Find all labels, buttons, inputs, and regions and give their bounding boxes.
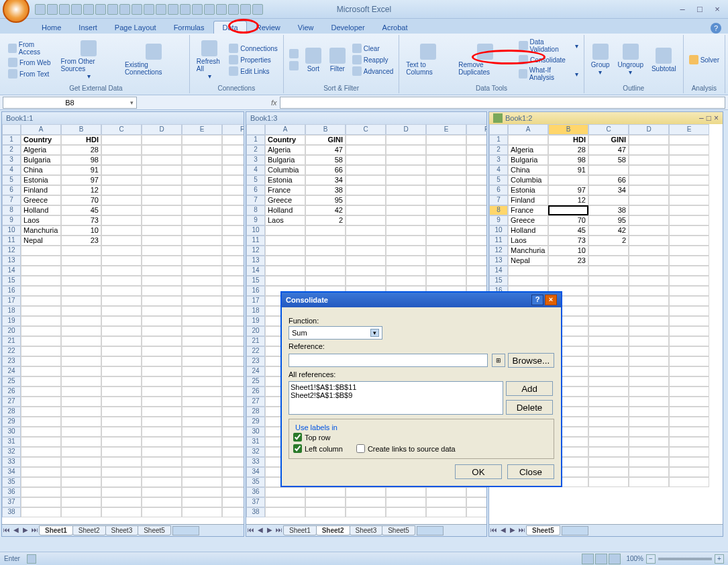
cell[interactable] — [142, 477, 182, 487]
cell[interactable]: Algeria — [265, 145, 305, 155]
cell[interactable] — [182, 326, 222, 336]
cell[interactable] — [346, 246, 386, 256]
cell[interactable] — [182, 497, 222, 507]
cell[interactable] — [101, 286, 142, 296]
cell[interactable] — [629, 246, 669, 256]
cell[interactable] — [305, 487, 346, 497]
cell[interactable] — [222, 487, 244, 497]
cell[interactable] — [588, 316, 629, 326]
cell[interactable] — [629, 205, 669, 215]
row-header[interactable]: 3 — [246, 155, 265, 165]
ok-button[interactable]: OK — [455, 464, 502, 479]
cell[interactable] — [346, 165, 386, 175]
cell[interactable] — [222, 477, 244, 487]
cell[interactable] — [265, 236, 305, 246]
row-header[interactable]: 8 — [246, 205, 265, 215]
cell[interactable]: Estonia — [265, 175, 305, 185]
cell[interactable]: 10 — [548, 246, 588, 256]
cell[interactable] — [101, 457, 142, 467]
cell[interactable] — [426, 155, 466, 165]
cell[interactable]: Laos — [21, 215, 61, 225]
cell[interactable]: Manchuria — [508, 246, 548, 256]
cell[interactable]: 66 — [588, 175, 629, 185]
qat-btn[interactable] — [216, 4, 227, 15]
cell[interactable] — [386, 175, 426, 185]
cell[interactable] — [629, 266, 669, 276]
row-header[interactable]: 29 — [2, 417, 21, 427]
cell[interactable] — [142, 467, 182, 477]
cell[interactable] — [629, 326, 669, 336]
properties-button[interactable]: Properties — [227, 54, 279, 65]
sort-button[interactable]: Sort — [303, 46, 324, 74]
cell[interactable] — [142, 397, 182, 407]
cell[interactable] — [61, 487, 101, 497]
col-header[interactable]: E — [182, 124, 222, 135]
cell[interactable]: Laos — [508, 236, 548, 246]
cell[interactable] — [182, 145, 222, 155]
sheet-tab[interactable]: Sheet3 — [105, 525, 139, 535]
cell[interactable] — [61, 427, 101, 437]
cell[interactable] — [182, 195, 222, 205]
cell[interactable] — [588, 356, 629, 366]
cell[interactable]: Greece — [508, 215, 548, 225]
cell[interactable] — [21, 417, 61, 427]
cell[interactable] — [222, 276, 244, 286]
cell[interactable] — [265, 225, 305, 236]
cell[interactable] — [426, 507, 466, 517]
cell[interactable] — [61, 326, 101, 336]
cell[interactable] — [265, 497, 305, 507]
cell[interactable] — [629, 155, 669, 165]
tab-page-layout[interactable]: Page Layout — [107, 21, 164, 34]
cell[interactable] — [61, 276, 101, 286]
cell[interactable] — [386, 145, 426, 155]
cell[interactable] — [588, 407, 629, 417]
cell[interactable] — [61, 346, 101, 356]
cell[interactable]: Manchuria — [21, 225, 61, 236]
row-header[interactable]: 34 — [2, 467, 21, 477]
cell[interactable] — [346, 256, 386, 266]
qat-btn[interactable] — [192, 4, 203, 15]
cell[interactable] — [588, 376, 629, 387]
cell[interactable] — [222, 246, 244, 256]
cell[interactable] — [669, 236, 709, 246]
cell[interactable] — [101, 336, 142, 346]
cell[interactable]: 58 — [305, 155, 346, 165]
cell[interactable] — [588, 296, 629, 306]
cell[interactable]: HDI — [61, 135, 101, 145]
cell[interactable] — [182, 387, 222, 397]
cell[interactable] — [466, 205, 486, 215]
cell[interactable]: 91 — [548, 165, 588, 175]
cell[interactable] — [142, 145, 182, 155]
cell[interactable] — [629, 417, 669, 427]
cell[interactable] — [669, 336, 709, 346]
cell[interactable] — [669, 407, 709, 417]
cell[interactable] — [182, 276, 222, 286]
cell[interactable] — [142, 215, 182, 225]
cell[interactable] — [629, 376, 669, 387]
sheet-nav[interactable]: ◀ — [256, 526, 265, 535]
row-header[interactable]: 32 — [246, 447, 265, 457]
row-header[interactable]: 38 — [246, 507, 265, 517]
cell[interactable] — [669, 225, 709, 236]
cell[interactable] — [61, 497, 101, 507]
cell[interactable] — [101, 376, 142, 387]
group-button[interactable]: Group▾ — [588, 42, 613, 77]
cell[interactable]: 95 — [305, 195, 346, 205]
cell[interactable]: GINI — [588, 135, 629, 145]
remove-duplicates-button[interactable]: Remove Duplicates — [456, 42, 515, 77]
cell[interactable] — [426, 215, 466, 225]
cell[interactable] — [182, 407, 222, 417]
cell[interactable]: 12 — [548, 195, 588, 205]
cell[interactable] — [142, 326, 182, 336]
cell[interactable] — [182, 366, 222, 376]
cell[interactable] — [629, 346, 669, 356]
cell[interactable] — [142, 487, 182, 497]
row-header[interactable]: 10 — [489, 225, 508, 236]
h-scrollbar[interactable] — [172, 526, 242, 535]
row-header[interactable]: 3 — [2, 155, 21, 165]
cell[interactable] — [588, 397, 629, 407]
zoom-in[interactable]: + — [715, 554, 724, 564]
row-header[interactable]: 25 — [246, 376, 265, 387]
cell[interactable] — [669, 155, 709, 165]
cell[interactable] — [101, 507, 142, 517]
